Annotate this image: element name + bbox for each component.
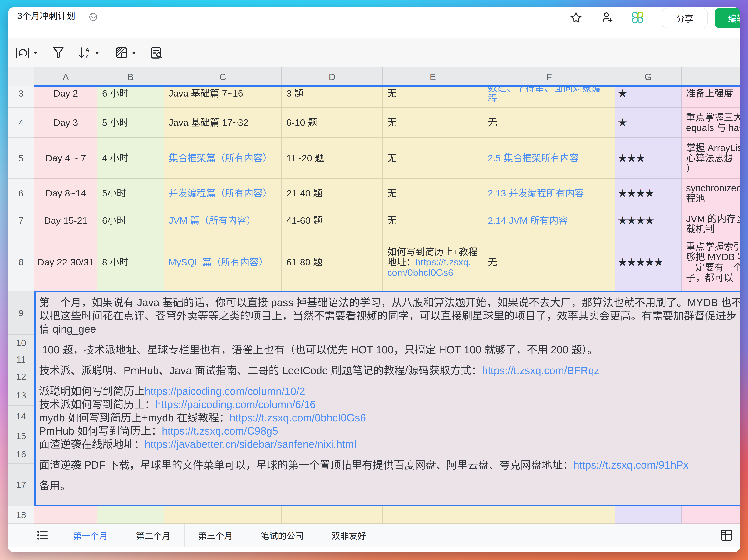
cell-text-link[interactable]: com/0bhcI0Gs6 (387, 267, 453, 278)
cell-B4[interactable]: 5 小时 (97, 108, 164, 138)
cell-A3[interactable]: Day 2 (34, 87, 97, 108)
cell-E4[interactable]: 无 (383, 108, 483, 138)
row-header-16[interactable]: 16 (8, 445, 34, 464)
note-text-link[interactable]: https://t.zsxq.com/91hPx (574, 459, 688, 471)
sheet-tab-4[interactable]: 笔试的公司 (247, 524, 318, 546)
cell-D18[interactable] (282, 506, 383, 524)
cell-H7[interactable]: JVM 的内存区域、载机制 (681, 208, 740, 233)
cell-G6-rating[interactable]: ★★★★ (615, 179, 681, 208)
apps-grid-icon[interactable] (631, 11, 644, 24)
note-text-link[interactable]: https://javabetter.cn/sidebar/sanfene/ni… (145, 438, 356, 450)
edit-button[interactable]: 编辑 (715, 8, 740, 28)
cell-G7-rating[interactable]: ★★★★ (615, 208, 681, 233)
merged-note-cell[interactable]: 第一个月，如果说有 Java 基础的话，你可以直接 pass 掉基础语法的学习，… (34, 291, 740, 506)
note-text-link[interactable]: https://paicoding.com/column/10/2 (145, 385, 305, 397)
cell-H4[interactable]: 重点掌握三大特性、equals 与 hashCode (681, 108, 740, 138)
cell-D5[interactable]: 11~20 题 (282, 138, 383, 179)
swap-view-button[interactable] (16, 47, 38, 59)
cell-G3-rating[interactable]: ★ (615, 87, 681, 108)
cell-D7[interactable]: 41-60 题 (282, 208, 383, 233)
row-header-7[interactable]: 7 (8, 208, 34, 233)
cell-F4[interactable]: 无 (483, 108, 615, 138)
cell-C7[interactable]: JVM 篇（所有内容） (164, 208, 282, 233)
cell-H3[interactable]: 准备上强度 (681, 87, 740, 108)
cell-text-link[interactable]: 2.5 集合框架所有内容 (488, 153, 579, 163)
column-header-G[interactable]: G (615, 67, 681, 87)
note-text-link[interactable]: https://paicoding.com/column/6/16 (155, 398, 316, 410)
cell-D3[interactable]: 3 题 (282, 87, 383, 108)
cell-G5-rating[interactable]: ★★★ (615, 138, 681, 179)
select-all-corner[interactable] (8, 67, 34, 87)
row-header-8[interactable]: 8 (8, 233, 34, 291)
row-header-4[interactable]: 4 (8, 108, 34, 138)
cell-E18[interactable] (383, 506, 483, 524)
cell-A5[interactable]: Day 4 ~ 7 (34, 138, 97, 179)
filter-button[interactable] (53, 47, 64, 59)
cell-G8-rating[interactable]: ★★★★★ (615, 233, 681, 291)
column-header-D[interactable]: D (282, 67, 383, 87)
row-header-9[interactable]: 9 (8, 291, 34, 335)
note-text-link[interactable]: https://t.zsxq.com/0bhcI0Gs6 (230, 412, 366, 424)
add-collaborator-icon[interactable] (601, 11, 614, 24)
cell-C4[interactable]: Java 基础篇 17~32 (164, 108, 282, 138)
cell-C8[interactable]: MySQL 篇（所有内容） (164, 233, 282, 291)
sort-button[interactable]: A Z (79, 47, 99, 59)
sheet-tab-3[interactable]: 第三个月 (184, 524, 247, 546)
cell-C18[interactable] (164, 506, 282, 524)
cell-F18[interactable] (483, 506, 615, 524)
cell-A8[interactable]: Day 22-30/31 (34, 233, 97, 291)
row-header-10[interactable]: 10 (8, 335, 34, 351)
cell-text-link[interactable]: 数组、字符串、面向对象编 (488, 87, 601, 93)
cell-B6[interactable]: 5小时 (97, 179, 164, 208)
cell-A6[interactable]: Day 8~14 (34, 179, 97, 208)
cell-F7[interactable]: 2.14 JVM 所有内容 (483, 208, 615, 233)
sheet-tab-1[interactable]: 第一个月 (59, 524, 122, 546)
cell-D8[interactable]: 61-80 题 (282, 233, 383, 291)
cell-F8[interactable]: 无 (483, 233, 615, 291)
borders-button[interactable] (116, 47, 136, 59)
cell-H5[interactable]: 掌握 ArrayList 核心算法思想（手写） (681, 138, 740, 179)
row-header-12[interactable]: 12 (8, 368, 34, 385)
cell-F3[interactable]: 数组、字符串、面向对象编程 (483, 87, 615, 108)
cell-B18[interactable] (97, 506, 164, 524)
cell-text-link[interactable]: MySQL 篇（所有内容） (168, 257, 268, 267)
row-header-3[interactable]: 3 (8, 87, 34, 108)
row-header-18[interactable]: 18 (8, 506, 34, 524)
cell-text-link[interactable]: 程 (488, 93, 497, 104)
cell-B5[interactable]: 4 小时 (97, 138, 164, 179)
row-header-15[interactable]: 15 (8, 427, 34, 445)
cell-E8[interactable]: 如何写到简历上+教程地址：https://t.zsxq.com/0bhcI0Gs… (383, 233, 483, 291)
cell-B7[interactable]: 6小时 (97, 208, 164, 233)
row-header-11[interactable]: 11 (8, 351, 34, 368)
cell-text-link[interactable]: JVM 篇（所有内容） (168, 215, 256, 226)
sheet-list-icon[interactable] (37, 529, 49, 541)
note-text-link[interactable]: https://t.zsxq.com/BFRqz (482, 365, 599, 376)
cell-G4-rating[interactable]: ★ (615, 108, 681, 138)
cell-G18[interactable] (615, 506, 681, 524)
cell-B8[interactable]: 8 小时 (97, 233, 164, 291)
column-header-F[interactable]: F (483, 67, 615, 87)
cell-C3[interactable]: Java 基础篇 7~16 (164, 87, 282, 108)
row-header-14[interactable]: 14 (8, 406, 34, 427)
cell-E3[interactable]: 无 (383, 87, 483, 108)
column-header-H[interactable] (681, 67, 740, 87)
row-header-17[interactable]: 17 (8, 464, 34, 506)
cell-C6[interactable]: 并发编程篇（所有内容） (164, 179, 282, 208)
cell-text-link[interactable]: https://t.zsxq. (416, 257, 471, 267)
cell-A18[interactable] (34, 506, 97, 524)
column-header-B[interactable]: B (97, 67, 164, 87)
cell-A7[interactable]: Day 15-21 (34, 208, 97, 233)
column-header-C[interactable]: C (164, 67, 282, 87)
row-header-5[interactable]: 5 (8, 138, 34, 179)
cell-B3[interactable]: 6 小时 (97, 87, 164, 108)
cell-D4[interactable]: 6-10 题 (282, 108, 383, 138)
cell-E7[interactable]: 无 (383, 208, 483, 233)
column-header-A[interactable]: A (34, 67, 97, 87)
cell-text-link[interactable]: 并发编程篇（所有内容） (168, 188, 272, 198)
find-in-sheet-button[interactable] (150, 47, 165, 59)
cell-text-link[interactable]: 2.14 JVM 所有内容 (488, 215, 568, 226)
note-text-link[interactable]: https://t.zsxq.com/C98g5 (162, 425, 278, 437)
cell-D6[interactable]: 21-40 题 (282, 179, 383, 208)
cell-H6[interactable]: synchronized 锁、线程池 (681, 179, 740, 208)
cell-H8[interactable]: 重点掌握索引、够把 MYDB 写到一定要有一个像子，都可以 (681, 233, 740, 291)
